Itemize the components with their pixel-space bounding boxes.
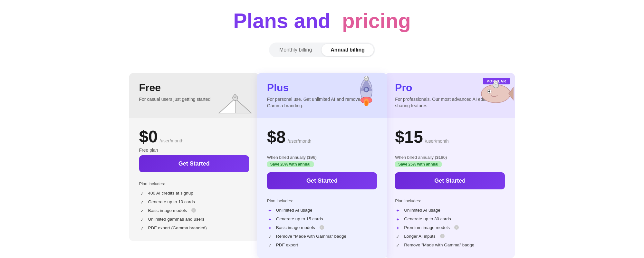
check-icon: ✓ — [267, 243, 273, 248]
check-icon: ✓ — [395, 234, 401, 239]
svg-marker-2 — [235, 99, 251, 113]
plan-card-plus: PlusFor personal use. Get unlimited AI a… — [257, 73, 387, 258]
plan-body-free: $0/user/monthFree planGet StartedPlan in… — [129, 118, 259, 241]
price-billed-pro: When billed annually ($180) — [395, 155, 505, 160]
diamond-icon: ✦ — [395, 217, 401, 222]
feature-text: Remove "Made with Gamma" badge — [404, 243, 474, 247]
feature-item: ✓Longer AI inputsi — [395, 234, 505, 239]
plan-card-pro: POPULARProFor professionals. Our most ad… — [385, 73, 515, 258]
price-row-pro: $15/user/month — [395, 127, 505, 147]
feature-text: Generate up to 15 cards — [276, 216, 323, 221]
diamond-icon: ✦ — [267, 208, 273, 213]
price-billed-plus: When billed annually ($96) — [267, 155, 377, 160]
svg-point-6 — [234, 95, 236, 97]
feature-item: ✓Remove "Made with Gamma" badge — [267, 234, 377, 239]
page-title: Plans and pricing — [233, 10, 411, 32]
feature-item: ✦Generate up to 15 cards — [267, 216, 377, 222]
feature-item: ✦Unlimited AI usage — [267, 208, 377, 213]
feature-text: Unlimited AI usage — [404, 208, 440, 213]
feature-item: ✓400 AI credits at signup — [139, 191, 249, 196]
check-icon: ✓ — [139, 226, 145, 231]
cta-button-plus[interactable]: Get Started — [267, 172, 377, 189]
billing-toggle: Monthly billing Annual billing — [269, 43, 375, 57]
feature-item: ✦Unlimited AI usage — [395, 208, 505, 213]
plan-header-plus: PlusFor personal use. Get unlimited AI a… — [257, 73, 387, 118]
cta-button-free[interactable]: Get Started — [139, 155, 249, 172]
check-icon: ✓ — [139, 191, 145, 196]
includes-title-pro: Plan includes: — [395, 198, 505, 203]
plans-container: FreeFor casual users just getting starte… — [129, 73, 515, 258]
feature-text: PDF export (Gamma branded) — [148, 225, 207, 230]
price-label-free: Free plan — [139, 148, 249, 153]
info-icon[interactable]: i — [320, 225, 324, 230]
info-icon[interactable]: i — [191, 208, 196, 213]
diamond-icon: ✦ — [395, 208, 401, 213]
feature-list-plus: ✦Unlimited AI usage✦Generate up to 15 ca… — [267, 208, 377, 248]
price-amount-pro: $15 — [395, 127, 423, 147]
feature-list-pro: ✦Unlimited AI usage✦Generate up to 30 ca… — [395, 208, 505, 248]
feature-text: Generate up to 10 cards — [148, 199, 195, 204]
check-icon: ✓ — [139, 217, 145, 222]
svg-point-11 — [365, 100, 368, 106]
svg-point-13 — [365, 88, 368, 91]
plan-header-pro: POPULARProFor professionals. Our most ad… — [385, 73, 515, 118]
feature-item: ✦Basic image modelsi — [267, 225, 377, 231]
feature-item: ✓Basic image modelsi — [139, 208, 249, 214]
svg-point-22 — [495, 81, 497, 83]
annual-billing-button[interactable]: Annual billing — [322, 44, 374, 56]
feature-item: ✓PDF export — [267, 243, 377, 248]
plan-body-pro: $15/user/monthWhen billed annually ($180… — [385, 118, 515, 258]
info-icon[interactable]: i — [440, 234, 445, 238]
info-icon[interactable]: i — [454, 225, 459, 230]
price-row-free: $0/user/month — [139, 127, 249, 146]
price-period-plus: /user/month — [288, 139, 312, 144]
price-amount-plus: $8 — [267, 127, 286, 147]
includes-title-free: Plan includes: — [139, 181, 249, 186]
feature-item: ✦Generate up to 30 cards — [395, 216, 505, 222]
feature-text: Unlimited gammas and users — [148, 217, 205, 222]
diamond-icon: ✦ — [267, 217, 273, 222]
plan-body-plus: $8/user/monthWhen billed annually ($96)S… — [257, 118, 387, 258]
feature-text: Remove "Made with Gamma" badge — [276, 234, 346, 239]
feature-item: ✓Remove "Made with Gamma" badge — [395, 243, 505, 248]
illustration-plus — [349, 76, 384, 108]
monthly-billing-button[interactable]: Monthly billing — [270, 44, 321, 56]
cta-button-pro[interactable]: Get Started — [395, 172, 505, 189]
price-period-free: /user/month — [159, 138, 183, 143]
feature-text: Generate up to 30 cards — [404, 216, 451, 221]
feature-text: Unlimited AI usage — [276, 208, 312, 213]
feature-text: Basic image models — [276, 225, 315, 230]
illustration-pro — [472, 73, 514, 108]
plan-card-free: FreeFor casual users just getting starte… — [129, 73, 259, 241]
check-icon: ✓ — [139, 200, 145, 205]
price-save-pro: Save 25% with annual — [395, 161, 442, 167]
check-icon: ✓ — [267, 234, 273, 239]
illustration-free — [214, 89, 256, 118]
feature-item: ✓Generate up to 10 cards — [139, 199, 249, 205]
check-icon: ✓ — [139, 208, 145, 214]
price-save-plus: Save 20% with annual — [267, 161, 314, 167]
diamond-icon: ✦ — [267, 225, 273, 231]
check-icon: ✓ — [395, 243, 401, 248]
svg-point-19 — [488, 91, 490, 92]
svg-marker-1 — [219, 99, 235, 113]
price-period-pro: /user/month — [425, 139, 449, 144]
feature-text: Premium image models — [404, 225, 450, 230]
feature-list-free: ✓400 AI credits at signup✓Generate up to… — [139, 191, 249, 231]
feature-text: PDF export — [276, 243, 298, 247]
svg-marker-17 — [509, 87, 514, 100]
price-amount-free: $0 — [139, 127, 158, 146]
feature-text: 400 AI credits at signup — [148, 191, 193, 196]
diamond-icon: ✦ — [395, 225, 401, 231]
feature-item: ✓Unlimited gammas and users — [139, 217, 249, 222]
feature-item: ✓PDF export (Gamma branded) — [139, 225, 249, 231]
feature-text: Basic image models — [148, 208, 187, 213]
includes-title-plus: Plan includes: — [267, 198, 377, 203]
feature-text: Longer AI inputs — [404, 234, 436, 239]
feature-item: ✦Premium image modelsi — [395, 225, 505, 231]
price-row-plus: $8/user/month — [267, 127, 377, 147]
svg-point-15 — [365, 76, 368, 79]
plan-header-free: FreeFor casual users just getting starte… — [129, 73, 259, 118]
